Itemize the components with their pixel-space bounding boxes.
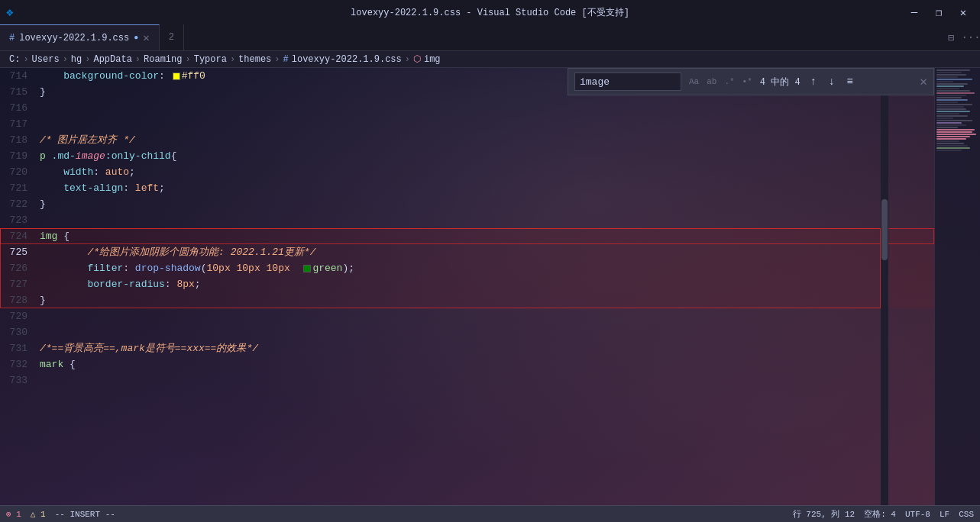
- line-number: 726: [0, 260, 40, 276]
- breadcrumb-appdata[interactable]: AppData: [93, 54, 131, 65]
- line-number: 724: [0, 228, 40, 244]
- line-content: p .md-image:only-child{: [40, 148, 934, 164]
- breadcrumb-selector[interactable]: ⬡: [413, 53, 421, 65]
- tab-inactive[interactable]: 2: [160, 24, 184, 50]
- line-content: mark {: [40, 356, 934, 372]
- line-number: 714: [0, 68, 40, 84]
- minimize-button[interactable]: —: [904, 5, 925, 20]
- line-number: 725: [0, 244, 40, 260]
- window-title: lovexyy-2022.1.9.css - Visual Studio Cod…: [351, 6, 629, 19]
- breadcrumb-filename[interactable]: lovexyy-2022.1.9.css: [292, 54, 402, 65]
- search-input[interactable]: [574, 72, 681, 91]
- indentation[interactable]: 空格: 4: [864, 508, 896, 520]
- breadcrumb-hg[interactable]: hg: [71, 54, 82, 65]
- table-row: 733: [0, 372, 934, 388]
- line-number: 732: [0, 356, 40, 372]
- table-row: 717: [0, 116, 934, 132]
- table-row: 723: [0, 212, 934, 228]
- vim-mode: -- INSERT --: [55, 510, 115, 519]
- search-collapse-button[interactable]: ≡: [842, 73, 859, 90]
- line-number: 730: [0, 324, 40, 340]
- line-number: 722: [0, 196, 40, 212]
- match-word-button[interactable]: ab: [703, 76, 720, 88]
- line-number: 731: [0, 340, 40, 356]
- table-row: 731 /*==背景高亮==,mark是符号==xxx==的效果*/: [0, 340, 934, 356]
- tab-number: 2: [169, 32, 174, 43]
- regex-button[interactable]: .*: [721, 76, 737, 88]
- search-close-button[interactable]: ✕: [920, 74, 927, 89]
- breadcrumb-users[interactable]: Users: [32, 54, 60, 65]
- line-content: /*给图片添加阴影个圆角功能: 2022.1.21更新*/: [40, 244, 934, 260]
- table-row: 729: [0, 308, 934, 324]
- table-row: 728 }: [0, 292, 934, 308]
- line-content: img {: [40, 228, 934, 244]
- code-editor: Aa ab .* •* 4 中的 4 ↑ ↓ ≡ ✕ 714 backgroun…: [0, 68, 934, 505]
- language-mode[interactable]: CSS: [959, 510, 974, 519]
- minimap: [934, 68, 980, 505]
- line-number: 715: [0, 84, 40, 100]
- breadcrumb-typora[interactable]: Typora: [194, 54, 227, 65]
- search-count: 4 中的 4: [760, 76, 800, 89]
- line-ending[interactable]: LF: [940, 510, 949, 519]
- breadcrumb-img[interactable]: img: [424, 54, 441, 65]
- tab-hash-icon: #: [9, 33, 15, 44]
- table-row: 716: [0, 100, 934, 116]
- line-content: [40, 100, 934, 116]
- line-content: /*==背景高亮==,mark是符号==xxx==的效果*/: [40, 340, 934, 356]
- table-row: 724 img {: [0, 228, 934, 244]
- tab-close-button[interactable]: ✕: [143, 33, 149, 44]
- tab-modified-dot: ●: [134, 34, 138, 42]
- warning-count[interactable]: △ 1: [31, 509, 46, 519]
- line-number: 729: [0, 308, 40, 324]
- line-number: 718: [0, 132, 40, 148]
- line-content: text-align: left;: [40, 180, 934, 196]
- preserve-case-button[interactable]: •*: [739, 76, 755, 88]
- search-options: Aa ab .* •*: [686, 76, 755, 88]
- line-number: 716: [0, 100, 40, 116]
- line-number: 733: [0, 372, 40, 388]
- search-navigation: ↑ ↓ ≡: [805, 73, 859, 90]
- scrollbar[interactable]: [881, 68, 888, 505]
- breadcrumb-c[interactable]: C:: [9, 54, 20, 65]
- table-row: 727 border-radius: 8px;: [0, 276, 934, 292]
- error-count[interactable]: ⊗ 1: [6, 509, 21, 519]
- search-prev-button[interactable]: ↑: [805, 73, 822, 90]
- table-row: 725 /*给图片添加阴影个圆角功能: 2022.1.21更新*/: [0, 244, 934, 260]
- line-number: 728: [0, 292, 40, 308]
- line-content: width: auto;: [40, 164, 934, 180]
- tab-active[interactable]: # lovexyy-2022.1.9.css ● ✕: [0, 24, 160, 50]
- search-next-button[interactable]: ↓: [823, 73, 840, 90]
- line-number: 720: [0, 164, 40, 180]
- maximize-button[interactable]: ❐: [928, 5, 949, 20]
- window-controls: — ❐ ✕: [904, 5, 974, 20]
- breadcrumb: C: › Users › hg › AppData › Roaming › Ty…: [0, 51, 980, 68]
- scrollbar-thumb[interactable]: [881, 199, 888, 260]
- line-content: [40, 308, 934, 324]
- line-content: /* 图片居左对齐 */: [40, 132, 934, 148]
- breadcrumb-roaming[interactable]: Roaming: [144, 54, 182, 65]
- breadcrumb-hash-icon: #: [283, 54, 289, 65]
- main-layout: Aa ab .* •* 4 中的 4 ↑ ↓ ≡ ✕ 714 backgroun…: [0, 68, 980, 505]
- line-content: }: [40, 292, 934, 308]
- line-content: }: [40, 196, 934, 212]
- split-editor-icon[interactable]: ⊟: [942, 28, 960, 47]
- cursor-position[interactable]: 行 725, 列 12: [793, 508, 855, 520]
- tab-label: lovexyy-2022.1.9.css: [19, 33, 129, 44]
- title-bar: ❖ lovexyy-2022.1.9.css - Visual Studio C…: [0, 0, 980, 24]
- code-lines: 714 background-color: #ff0 715 } 716 717: [0, 68, 934, 505]
- find-widget: Aa ab .* •* 4 中的 4 ↑ ↓ ≡ ✕: [568, 68, 934, 95]
- breadcrumb-themes[interactable]: themes: [238, 54, 271, 65]
- table-row: 718 /* 图片居左对齐 */: [0, 132, 934, 148]
- line-number: 721: [0, 180, 40, 196]
- table-row: 719 p .md-image:only-child{: [0, 148, 934, 164]
- vscode-icon: ❖: [6, 5, 14, 20]
- close-button[interactable]: ✕: [953, 5, 974, 20]
- more-actions-icon[interactable]: ···: [962, 28, 980, 47]
- tab-bar: # lovexyy-2022.1.9.css ● ✕ 2 ⊟ ···: [0, 24, 980, 51]
- status-bar: ⊗ 1 △ 1 -- INSERT -- 行 725, 列 12 空格: 4 U…: [0, 505, 980, 522]
- match-case-button[interactable]: Aa: [686, 76, 702, 88]
- line-content: [40, 372, 934, 388]
- line-content: border-radius: 8px;: [40, 276, 934, 292]
- encoding[interactable]: UTF-8: [905, 510, 930, 519]
- editor-layout-icons: ⊟ ···: [942, 24, 980, 50]
